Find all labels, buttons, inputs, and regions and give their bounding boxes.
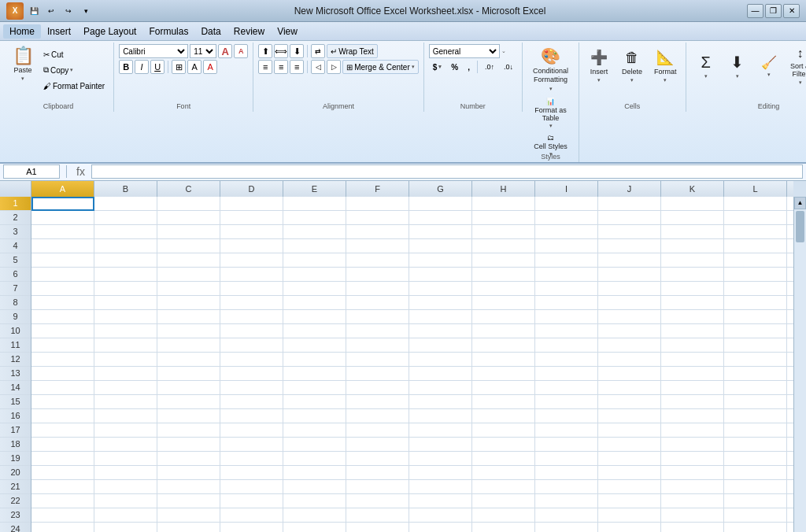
cell-J4[interactable] bbox=[598, 239, 661, 253]
fx-button[interactable]: fx bbox=[73, 165, 88, 178]
cell-K12[interactable] bbox=[661, 353, 724, 367]
cell-M12[interactable] bbox=[787, 353, 793, 367]
menu-insert[interactable]: Insert bbox=[41, 24, 77, 39]
cell-I12[interactable] bbox=[535, 353, 598, 367]
cell-G21[interactable] bbox=[409, 480, 472, 494]
cell-M21[interactable] bbox=[787, 480, 793, 494]
cell-E22[interactable] bbox=[283, 494, 346, 508]
cell-L5[interactable] bbox=[724, 253, 787, 268]
cell-M16[interactable] bbox=[787, 409, 793, 423]
cell-M3[interactable] bbox=[787, 225, 793, 239]
cell-B20[interactable] bbox=[94, 466, 157, 480]
cell-M4[interactable] bbox=[787, 239, 793, 253]
cell-C7[interactable] bbox=[157, 282, 220, 296]
cell-E2[interactable] bbox=[283, 211, 346, 225]
sort-filter-button[interactable]: ↕ Sort & Filter ▾ bbox=[786, 44, 806, 88]
row-num-7[interactable]: 7 bbox=[0, 282, 31, 296]
cell-D4[interactable] bbox=[220, 239, 283, 253]
cell-B4[interactable] bbox=[94, 239, 157, 253]
cell-K21[interactable] bbox=[661, 480, 724, 494]
col-header-i[interactable]: I bbox=[535, 181, 598, 197]
cell-J2[interactable] bbox=[598, 211, 661, 225]
cell-E17[interactable] bbox=[283, 423, 346, 438]
cell-F16[interactable] bbox=[346, 409, 409, 423]
format-cells-button[interactable]: 📐 Format ▾ bbox=[650, 44, 681, 88]
cell-L22[interactable] bbox=[724, 494, 787, 508]
cell-I21[interactable] bbox=[535, 480, 598, 494]
cell-I10[interactable] bbox=[535, 324, 598, 338]
cell-K7[interactable] bbox=[661, 282, 724, 296]
quick-access-undo[interactable]: ↩ bbox=[44, 4, 58, 18]
cell-H4[interactable] bbox=[472, 239, 535, 253]
cell-M20[interactable] bbox=[787, 466, 793, 480]
cell-A6[interactable] bbox=[31, 268, 94, 282]
cell-F12[interactable] bbox=[346, 353, 409, 367]
cell-L18[interactable] bbox=[724, 438, 787, 452]
cell-J11[interactable] bbox=[598, 338, 661, 353]
cell-I15[interactable] bbox=[535, 395, 598, 409]
cell-L23[interactable] bbox=[724, 508, 787, 523]
cell-H23[interactable] bbox=[472, 508, 535, 523]
underline-button[interactable]: U bbox=[150, 60, 165, 74]
cell-B18[interactable] bbox=[94, 438, 157, 452]
cell-B16[interactable] bbox=[94, 409, 157, 423]
cell-L2[interactable] bbox=[724, 211, 787, 225]
currency-button[interactable]: $ ▾ bbox=[429, 60, 446, 74]
cell-G15[interactable] bbox=[409, 395, 472, 409]
cell-B13[interactable] bbox=[94, 367, 157, 381]
cell-G20[interactable] bbox=[409, 466, 472, 480]
cell-H8[interactable] bbox=[472, 296, 535, 310]
cell-E19[interactable] bbox=[283, 452, 346, 466]
minimize-button[interactable]: — bbox=[747, 4, 763, 18]
cell-G5[interactable] bbox=[409, 253, 472, 268]
row-num-4[interactable]: 4 bbox=[0, 239, 31, 253]
cell-B14[interactable] bbox=[94, 381, 157, 395]
cell-B23[interactable] bbox=[94, 508, 157, 523]
shrink-font-button[interactable]: A bbox=[234, 44, 248, 58]
cell-L14[interactable] bbox=[724, 381, 787, 395]
cell-J1[interactable] bbox=[598, 197, 661, 211]
cell-C14[interactable] bbox=[157, 381, 220, 395]
cell-K19[interactable] bbox=[661, 452, 724, 466]
cell-G11[interactable] bbox=[409, 338, 472, 353]
cell-C17[interactable] bbox=[157, 423, 220, 438]
cell-F21[interactable] bbox=[346, 480, 409, 494]
cell-E13[interactable] bbox=[283, 367, 346, 381]
cell-H11[interactable] bbox=[472, 338, 535, 353]
row-num-14[interactable]: 14 bbox=[0, 381, 31, 395]
cell-K11[interactable] bbox=[661, 338, 724, 353]
row-num-17[interactable]: 17 bbox=[0, 423, 31, 438]
cell-C8[interactable] bbox=[157, 296, 220, 310]
cell-B6[interactable] bbox=[94, 268, 157, 282]
cell-F7[interactable] bbox=[346, 282, 409, 296]
align-right-button[interactable]: ≡ bbox=[290, 60, 304, 74]
font-size-select[interactable]: 11 10 12 14 bbox=[190, 44, 216, 58]
cell-E6[interactable] bbox=[283, 268, 346, 282]
cell-B3[interactable] bbox=[94, 225, 157, 239]
col-header-m[interactable]: M bbox=[787, 181, 793, 197]
cell-F1[interactable] bbox=[346, 197, 409, 211]
cell-J14[interactable] bbox=[598, 381, 661, 395]
cell-M7[interactable] bbox=[787, 282, 793, 296]
row-num-12[interactable]: 12 bbox=[0, 353, 31, 367]
align-left-button[interactable]: ≡ bbox=[258, 60, 272, 74]
cell-L12[interactable] bbox=[724, 353, 787, 367]
cell-G17[interactable] bbox=[409, 423, 472, 438]
cell-A12[interactable] bbox=[31, 353, 94, 367]
cell-F23[interactable] bbox=[346, 508, 409, 523]
col-header-d[interactable]: D bbox=[220, 181, 283, 197]
cell-D13[interactable] bbox=[220, 367, 283, 381]
cell-L20[interactable] bbox=[724, 466, 787, 480]
menu-formulas[interactable]: Formulas bbox=[142, 24, 194, 39]
cell-H19[interactable] bbox=[472, 452, 535, 466]
cell-G14[interactable] bbox=[409, 381, 472, 395]
cell-K20[interactable] bbox=[661, 466, 724, 480]
cell-D24[interactable] bbox=[220, 523, 283, 532]
name-box[interactable]: A1 bbox=[3, 164, 60, 179]
cell-B2[interactable] bbox=[94, 211, 157, 225]
cell-M19[interactable] bbox=[787, 452, 793, 466]
cell-K15[interactable] bbox=[661, 395, 724, 409]
close-button[interactable]: ✕ bbox=[783, 4, 800, 18]
cell-C21[interactable] bbox=[157, 480, 220, 494]
col-header-l[interactable]: L bbox=[724, 181, 787, 197]
